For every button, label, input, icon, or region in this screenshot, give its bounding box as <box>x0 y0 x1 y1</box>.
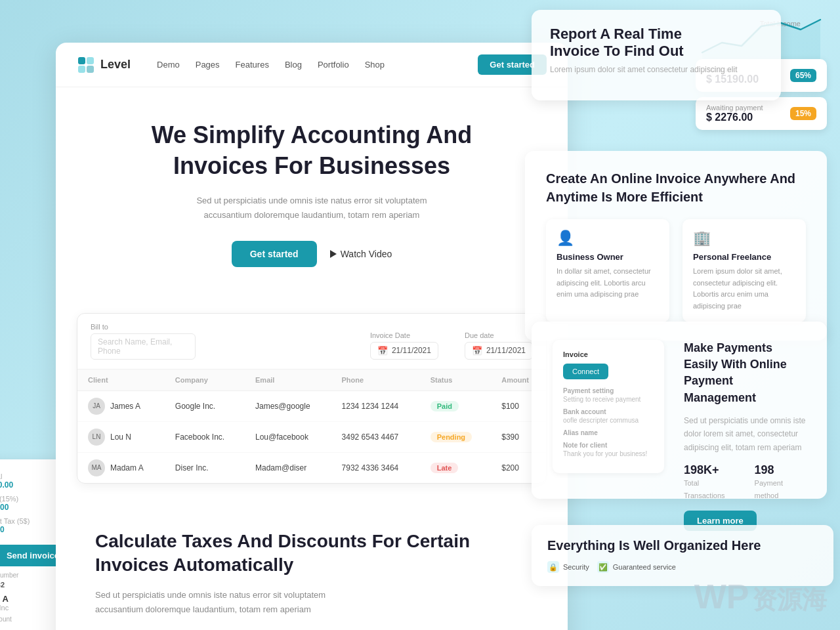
due-date-field: Due date 📅 21/11/2021 <box>465 331 533 360</box>
security-label: Security <box>563 563 589 571</box>
client-name: Madam A <box>110 463 144 472</box>
payment-method-label: Payment method <box>755 477 806 501</box>
table-row: MA Madam A Diser Inc. Madam@diser 7932 4… <box>77 452 546 483</box>
due-date-input[interactable]: 📅 21/11/2021 <box>465 342 533 360</box>
right-overlay: Total Income Total paid $ 15190.00 65% A… <box>525 0 840 630</box>
navbar: Level Demo Pages Features Blog Portfolio… <box>56 43 568 87</box>
invoice-date-input[interactable]: 📅 21/11/2021 <box>370 342 438 360</box>
nav-pages[interactable]: Pages <box>196 60 220 70</box>
company-cell: Facebook Inc. <box>165 421 245 452</box>
phone-cell: 3492 6543 4467 <box>331 421 420 452</box>
invoice-table: Client Company Email Phone Status Amount… <box>77 369 546 483</box>
company-cell: Google Inc. <box>165 390 245 421</box>
stat-paid-pct: 65% <box>790 69 816 82</box>
status-badge: Late <box>430 463 459 473</box>
payment-section: Invoice Connect Payment setting Setting … <box>532 322 827 499</box>
nav-shop[interactable]: Shop <box>365 60 385 70</box>
hero-section: We Simplify Accounting And Invoices For … <box>56 87 568 313</box>
phone-cell: 7932 4336 3464 <box>331 452 420 483</box>
watch-video-button[interactable]: Watch Video <box>330 249 392 259</box>
tax-label: Tax Vat (15%) <box>0 495 18 503</box>
stat-awaiting: Awaiting payment $ 2276.00 15% <box>696 97 827 130</box>
logo: Level <box>77 56 131 74</box>
bill-to-label: Bill to <box>91 323 196 331</box>
note-desc: Thank you for your business! <box>563 450 654 457</box>
invoice-date-field: Invoice Date 📅 21/11/2021 <box>370 331 438 360</box>
invoice-header: Bill to Search Name, Email, Phone Invoic… <box>77 314 546 369</box>
guaranteed-icon: ✅ <box>597 561 609 573</box>
invoice-date-label: Invoice Date <box>370 331 438 339</box>
svg-rect-3 <box>87 66 94 73</box>
hero-get-started-button[interactable]: Get started <box>232 241 317 267</box>
security-icon: 🔒 <box>547 561 559 573</box>
nav-features[interactable]: Features <box>236 60 269 70</box>
payment-method-value: 198 <box>755 463 806 477</box>
payment-setting-desc: Setting to receive payment <box>563 396 654 403</box>
stat-transactions: 198K+ Total Transactions <box>684 463 739 501</box>
alias-label: Alias name <box>563 429 654 436</box>
payment-setting-row: Payment setting Setting to receive payme… <box>563 387 654 403</box>
sub-total-label: Sub total <box>0 472 13 480</box>
client-cell: JA James A <box>77 390 165 421</box>
bank-account-row: Bank account oofle descripter cornmusa <box>563 408 654 424</box>
client-cell: LN Lou N <box>77 421 165 452</box>
table-header-row: Client Company Email Phone Status Amount <box>77 369 546 391</box>
nav-portfolio[interactable]: Portfolio <box>318 60 349 70</box>
status-cell: Paid <box>420 390 492 421</box>
main-card: Level Demo Pages Features Blog Portfolio… <box>56 43 568 630</box>
business-owner-icon: 👤 <box>556 230 659 247</box>
company-cell: Diser Inc. <box>165 452 245 483</box>
note-row: Note for client Thank you for your busin… <box>563 442 654 457</box>
payment-left-panel: Invoice Connect Payment setting Setting … <box>553 340 664 473</box>
logo-icon <box>77 56 95 74</box>
alias-row: Alias name <box>563 429 654 436</box>
hero-description: Sed ut perspiciatis unde omnis iste natu… <box>174 194 450 222</box>
svg-rect-1 <box>87 57 94 64</box>
guaranteed-badge: ✅ Guaranteed service <box>597 561 676 573</box>
payment-stats: 198K+ Total Transactions 198 Payment met… <box>684 463 806 501</box>
nav-demo[interactable]: Demo <box>157 60 180 70</box>
svg-rect-2 <box>78 66 85 73</box>
taxes-description: Sed ut perspiciatis unde omnis iste natu… <box>95 588 358 617</box>
phone-cell: 1234 1234 1244 <box>331 390 420 421</box>
search-input[interactable]: Search Name, Email, Phone <box>91 333 196 360</box>
client-name: James A <box>110 402 140 411</box>
invoice-table-body: JA James A Google Inc. James@google 1234… <box>77 390 546 483</box>
col-phone: Phone <box>331 369 420 391</box>
hero-buttons: Get started Watch Video <box>95 241 528 267</box>
col-email: Email <box>245 369 331 391</box>
due-date-label: Due date <box>465 331 533 339</box>
avatar: MA <box>88 459 105 476</box>
nav-blog[interactable]: Blog <box>285 60 302 70</box>
report-heading: Report A Real Time Invoice To Find Out <box>550 26 763 60</box>
svg-rect-0 <box>78 57 85 64</box>
calendar-icon: 📅 <box>377 346 388 356</box>
bank-account-label: Bank account <box>563 408 654 415</box>
hero-heading: We Simplify Accounting And Invoices For … <box>95 120 528 182</box>
client-cell: MA Madam A <box>77 452 165 483</box>
status-cell: Pending <box>420 421 492 452</box>
report-description: Lorem ipsum dolor sit amet consectetur a… <box>550 65 763 74</box>
note-label: Note for client <box>563 442 654 449</box>
online-section: Create An Online Invoice Anywhere And An… <box>525 151 827 341</box>
stat-awaiting-pct: 15% <box>790 107 816 120</box>
freelance-icon: 🏢 <box>693 230 795 247</box>
sub-total-value: $ 15190.00 <box>0 480 13 490</box>
email-cell: Madam@diser <box>245 452 331 483</box>
status-badge: Pending <box>430 432 472 442</box>
email-cell: Lou@facebook <box>245 421 331 452</box>
col-company: Company <box>165 369 245 391</box>
invoice-label: Invoice <box>563 350 654 358</box>
organized-section: Everything Is Well Organized Here 🔒 Secu… <box>532 525 833 586</box>
taxes-section: Calculate Taxes And Discounts For Certai… <box>56 503 568 630</box>
org-badges: 🔒 Security ✅ Guaranteed service <box>547 561 818 573</box>
taxes-heading: Calculate Taxes And Discounts For Certai… <box>95 530 528 578</box>
invoice-card: Bill to Search Name, Email, Phone Invoic… <box>77 313 547 484</box>
payment-heading: Make Payments Easily With Online Payment… <box>684 340 806 406</box>
avatar: JA <box>88 398 105 415</box>
status-badge: Paid <box>430 401 459 411</box>
guaranteed-label: Guaranteed service <box>613 563 676 571</box>
stat-awaiting-value: $ 2276.00 <box>706 112 763 123</box>
connect-button[interactable]: Connect <box>563 364 608 379</box>
payment-setting-label: Payment setting <box>563 387 654 394</box>
